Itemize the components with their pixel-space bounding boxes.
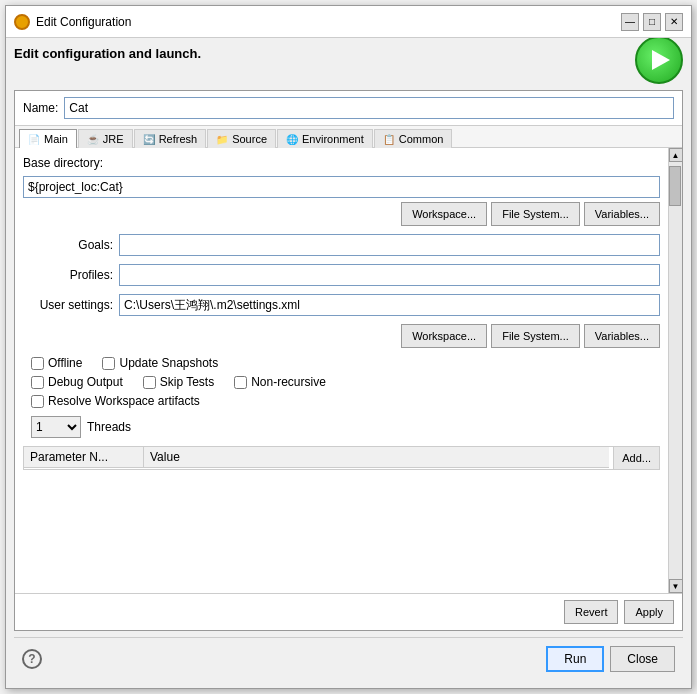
tab-main-content: Base directory: Workspace... File System… — [15, 148, 668, 593]
help-icon[interactable]: ? — [22, 649, 42, 669]
title-controls: — □ ✕ — [621, 13, 683, 31]
main-tab-icon: 📄 — [28, 134, 40, 145]
run-icon[interactable] — [635, 38, 683, 84]
user-settings-buttons: Workspace... File System... Variables... — [23, 324, 660, 348]
param-table-container: Parameter N... Value Add... — [23, 446, 660, 470]
profiles-input[interactable] — [119, 264, 660, 286]
header-row: Edit configuration and launch. — [14, 46, 683, 84]
base-directory-input[interactable] — [23, 176, 660, 198]
threads-row: 1 2 4 8 Threads — [23, 416, 660, 438]
skip-tests-checkbox[interactable] — [143, 376, 156, 389]
checkbox-row-3: Resolve Workspace artifacts — [31, 394, 660, 408]
title-bar-left: Edit Configuration — [14, 14, 131, 30]
skip-tests-label: Skip Tests — [160, 375, 214, 389]
close-button[interactable]: Close — [610, 646, 675, 672]
bottom-buttons: Revert Apply — [15, 593, 682, 630]
param-name-header: Parameter N... — [24, 447, 144, 467]
window-body: Edit configuration and launch. Name: 📄 M… — [6, 38, 691, 688]
tab-refresh[interactable]: 🔄 Refresh — [134, 129, 207, 148]
goals-row: Goals: — [23, 234, 660, 256]
minimize-button[interactable]: — — [621, 13, 639, 31]
scrollbar: ▲ ▼ — [668, 148, 682, 593]
param-table: Parameter N... Value — [24, 447, 609, 469]
scroll-up-arrow[interactable]: ▲ — [669, 148, 683, 162]
resolve-workspace-label: Resolve Workspace artifacts — [48, 394, 200, 408]
threads-label: Threads — [87, 420, 131, 434]
jre-tab-label: JRE — [103, 133, 124, 145]
base-dir-filesystem-button[interactable]: File System... — [491, 202, 580, 226]
title-bar: Edit Configuration — □ ✕ — [6, 6, 691, 38]
base-directory-label: Base directory: — [23, 156, 660, 170]
param-value-header: Value — [144, 447, 609, 467]
profiles-row: Profiles: — [23, 264, 660, 286]
environment-tab-label: Environment — [302, 133, 364, 145]
user-settings-variables-button[interactable]: Variables... — [584, 324, 660, 348]
user-settings-input[interactable] — [119, 294, 660, 316]
main-content-panel: Name: 📄 Main ☕ JRE 🔄 Refresh 📁 — [14, 90, 683, 631]
base-directory-buttons: Workspace... File System... Variables... — [23, 202, 660, 226]
non-recursive-checkbox-item[interactable]: Non-recursive — [234, 375, 326, 389]
profiles-label: Profiles: — [23, 268, 113, 282]
tab-content: Base directory: Workspace... File System… — [15, 148, 682, 593]
close-button[interactable]: ✕ — [665, 13, 683, 31]
tab-main[interactable]: 📄 Main — [19, 129, 77, 148]
footer-right: Run Close — [546, 646, 675, 672]
tab-source[interactable]: 📁 Source — [207, 129, 276, 148]
common-tab-icon: 📋 — [383, 134, 395, 145]
user-settings-filesystem-button[interactable]: File System... — [491, 324, 580, 348]
offline-checkbox[interactable] — [31, 357, 44, 370]
base-dir-variables-button[interactable]: Variables... — [584, 202, 660, 226]
scroll-down-arrow[interactable]: ▼ — [669, 579, 683, 593]
run-button[interactable]: Run — [546, 646, 604, 672]
debug-output-checkbox[interactable] — [31, 376, 44, 389]
maximize-button[interactable]: □ — [643, 13, 661, 31]
refresh-tab-label: Refresh — [159, 133, 198, 145]
update-snapshots-checkbox[interactable] — [102, 357, 115, 370]
name-label: Name: — [23, 101, 58, 115]
goals-input[interactable] — [119, 234, 660, 256]
common-tab-label: Common — [399, 133, 444, 145]
main-tab-label: Main — [44, 133, 68, 145]
update-snapshots-label: Update Snapshots — [119, 356, 218, 370]
threads-select[interactable]: 1 2 4 8 — [31, 416, 81, 438]
resolve-workspace-checkbox[interactable] — [31, 395, 44, 408]
source-tab-label: Source — [232, 133, 267, 145]
update-snapshots-checkbox-item[interactable]: Update Snapshots — [102, 356, 218, 370]
scroll-thumb[interactable] — [669, 166, 681, 206]
offline-checkbox-item[interactable]: Offline — [31, 356, 82, 370]
subtitle: Edit configuration and launch. — [14, 46, 201, 61]
param-table-header: Parameter N... Value — [24, 447, 609, 468]
offline-label: Offline — [48, 356, 82, 370]
skip-tests-checkbox-item[interactable]: Skip Tests — [143, 375, 214, 389]
jre-tab-icon: ☕ — [87, 134, 99, 145]
name-input[interactable] — [64, 97, 674, 119]
non-recursive-checkbox[interactable] — [234, 376, 247, 389]
user-settings-row: User settings: — [23, 294, 660, 316]
scroll-track[interactable] — [669, 162, 682, 579]
add-param-button[interactable]: Add... — [613, 447, 659, 469]
refresh-tab-icon: 🔄 — [143, 134, 155, 145]
user-settings-workspace-button[interactable]: Workspace... — [401, 324, 487, 348]
tabs-bar: 📄 Main ☕ JRE 🔄 Refresh 📁 Source 🌐 — [15, 126, 682, 148]
name-row: Name: — [15, 91, 682, 126]
goals-label: Goals: — [23, 238, 113, 252]
window-icon — [14, 14, 30, 30]
tab-environment[interactable]: 🌐 Environment — [277, 129, 373, 148]
debug-output-checkbox-item[interactable]: Debug Output — [31, 375, 123, 389]
revert-button[interactable]: Revert — [564, 600, 618, 624]
checkbox-row-2: Debug Output Skip Tests Non-recursive — [31, 375, 660, 389]
resolve-workspace-checkbox-item[interactable]: Resolve Workspace artifacts — [31, 394, 200, 408]
user-settings-label: User settings: — [23, 298, 113, 312]
debug-output-label: Debug Output — [48, 375, 123, 389]
base-directory-section: Base directory: Workspace... File System… — [23, 156, 660, 226]
source-tab-icon: 📁 — [216, 134, 228, 145]
window-title: Edit Configuration — [36, 15, 131, 29]
footer-bar: ? Run Close — [14, 637, 683, 680]
tab-jre[interactable]: ☕ JRE — [78, 129, 133, 148]
non-recursive-label: Non-recursive — [251, 375, 326, 389]
base-dir-workspace-button[interactable]: Workspace... — [401, 202, 487, 226]
apply-button[interactable]: Apply — [624, 600, 674, 624]
environment-tab-icon: 🌐 — [286, 134, 298, 145]
checkboxes-section: Offline Update Snapshots Debug Output — [23, 356, 660, 408]
tab-common[interactable]: 📋 Common — [374, 129, 453, 148]
